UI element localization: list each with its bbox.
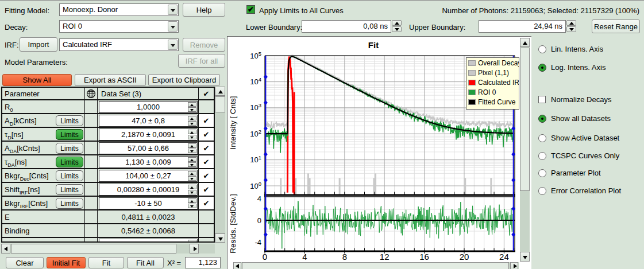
limits-button[interactable]: Limits bbox=[56, 157, 83, 167]
show-all-button[interactable]: Show All bbox=[2, 74, 72, 86]
globe-icon[interactable] bbox=[86, 89, 96, 100]
parameter-stepper[interactable] bbox=[188, 171, 196, 181]
radio-icon[interactable] bbox=[538, 115, 546, 123]
plot-hscrollbar[interactable] bbox=[233, 262, 519, 269]
irf-remove-button[interactable]: Remove bbox=[183, 38, 225, 52]
parameter-table-header: Parameter Data Set (3) ✔ bbox=[2, 88, 214, 100]
plot-scroll-right-icon[interactable] bbox=[510, 262, 518, 269]
parameter-stepper[interactable] bbox=[188, 116, 196, 126]
table-hscrollbar[interactable] bbox=[1, 244, 215, 254]
initial-fit-button[interactable]: Initial Fit bbox=[47, 257, 86, 268]
lower-boundary-stepper[interactable] bbox=[392, 20, 402, 33]
legend-swatch bbox=[468, 99, 476, 105]
fit-button[interactable]: Fit bbox=[88, 257, 124, 268]
header-check[interactable]: ✔ bbox=[199, 88, 214, 99]
table-scroll-down-icon[interactable] bbox=[215, 233, 225, 243]
svg-text:20: 20 bbox=[460, 252, 469, 262]
plot-vscroll-thumb[interactable] bbox=[520, 48, 530, 191]
table-hscroll-thumb[interactable] bbox=[11, 244, 176, 254]
plot-vscrollbar[interactable] bbox=[520, 38, 530, 262]
parameter-stepper[interactable] bbox=[188, 157, 196, 167]
option-tcspc-curves-only[interactable]: TCSPC Curves Only bbox=[538, 151, 619, 160]
parameter-stepper[interactable] bbox=[188, 198, 196, 208]
parameter-value-input[interactable]: 104,00 ± 0,27 bbox=[99, 170, 198, 182]
limits-button[interactable]: Limits bbox=[56, 170, 83, 181]
radio-icon[interactable] bbox=[538, 152, 546, 160]
option-error-correlation-plot[interactable]: Error Correlation Plot bbox=[538, 186, 621, 195]
option-log-intens-axis[interactable]: Log. Intens. Axis bbox=[538, 63, 606, 72]
parameter-value-input[interactable]: 0,00280 ± 0,00019 bbox=[99, 184, 198, 196]
chevron-down-icon[interactable] bbox=[168, 5, 178, 15]
limits-button[interactable]: Limits bbox=[56, 115, 83, 126]
parameter-enabled-checkbox[interactable]: ✔ bbox=[199, 142, 214, 154]
lower-boundary-input[interactable]: 0,08 ns bbox=[302, 20, 391, 33]
header-parameter: Parameter bbox=[5, 89, 40, 98]
option-lin-intens-axis[interactable]: Lin. Intens. Axis bbox=[538, 45, 603, 53]
plot-scroll-down-icon[interactable] bbox=[520, 252, 530, 262]
chevron-down-icon[interactable] bbox=[168, 40, 178, 50]
irf-for-all-button[interactable]: IRF for all bbox=[178, 54, 225, 68]
table-gap-cell bbox=[85, 142, 98, 154]
table-scroll-left-icon[interactable] bbox=[1, 244, 10, 254]
table-gap-cell bbox=[85, 224, 98, 237]
irf-import-button[interactable]: Import bbox=[20, 37, 57, 52]
export-ascii-button[interactable]: Export as ASCII bbox=[75, 74, 146, 86]
option-normalize-decays[interactable]: Normalize Decays bbox=[538, 95, 611, 104]
radio-icon[interactable] bbox=[538, 134, 546, 142]
chevron-down-icon[interactable] bbox=[168, 21, 178, 32]
parameter-value-input[interactable]: 2,1870 ± 0,0091 bbox=[99, 128, 198, 141]
svg-text:4: 4 bbox=[257, 194, 261, 203]
parameter-value-input[interactable]: 57,00 ± 0,66 bbox=[99, 142, 198, 154]
clear-button[interactable]: Clear bbox=[6, 257, 44, 268]
parameter-enabled-checkbox[interactable]: ✔ bbox=[199, 128, 214, 141]
parameter-enabled-checkbox[interactable]: ✔ bbox=[199, 197, 214, 209]
parameter-enabled-checkbox[interactable]: ✔ bbox=[199, 114, 214, 127]
parameter-value-input[interactable]: 1,0000 bbox=[99, 101, 198, 113]
table-gap-cell bbox=[85, 114, 98, 127]
table-scroll-up-icon[interactable] bbox=[215, 87, 225, 96]
export-clipboard-button[interactable]: Export to Clipboard bbox=[148, 74, 220, 86]
limits-button[interactable]: Limits bbox=[56, 184, 83, 195]
decay-combo[interactable]: ROI 0 bbox=[59, 20, 179, 33]
parameter-stepper[interactable] bbox=[188, 102, 196, 112]
fitting-model-combo[interactable]: Monoexp. Donor bbox=[59, 3, 179, 16]
radio-icon[interactable] bbox=[538, 45, 546, 53]
option-show-all-datasets[interactable]: Show all Datasets bbox=[538, 114, 611, 123]
plot-hscroll-thumb[interactable] bbox=[242, 262, 509, 269]
option-show-active-dataset[interactable]: Show Active Dataset bbox=[538, 134, 619, 142]
apply-limits-checkbox[interactable]: ✔ bbox=[246, 5, 255, 14]
parameter-stepper[interactable] bbox=[188, 130, 196, 139]
option-parameter-plot[interactable]: Parameter Plot bbox=[538, 169, 601, 177]
parameter-value-input[interactable]: 1,130 ± 0,009 bbox=[99, 156, 198, 168]
checkbox-icon[interactable] bbox=[538, 96, 546, 103]
parameter-name-cell: R0 bbox=[2, 100, 85, 113]
upper-boundary-input[interactable]: 24,94 ns bbox=[479, 20, 566, 33]
parameter-enabled-checkbox[interactable]: ✔ bbox=[199, 169, 214, 182]
radio-icon[interactable] bbox=[538, 64, 546, 72]
table-scroll-right-icon[interactable] bbox=[190, 244, 199, 254]
irf-combo[interactable]: Calculated IRF bbox=[59, 38, 179, 51]
parameter-value-input[interactable]: 49,00 ± 0,23 bbox=[99, 239, 198, 243]
parameter-stepper[interactable] bbox=[188, 185, 196, 194]
parameter-enabled-checkbox[interactable]: ✔ bbox=[199, 155, 214, 168]
upper-boundary-stepper[interactable] bbox=[566, 20, 576, 33]
parameter-stepper[interactable] bbox=[188, 240, 196, 243]
radio-icon[interactable] bbox=[538, 169, 546, 177]
plot-legend: Overall DecayPixel (1,1)Calculated IRFRO… bbox=[466, 57, 519, 110]
parameter-value-input[interactable]: -10 ± 50 bbox=[99, 197, 198, 209]
radio-icon[interactable] bbox=[538, 187, 546, 195]
limits-button[interactable]: Limits bbox=[56, 129, 83, 140]
parameter-value-input[interactable]: 47,0 ± 0,8 bbox=[99, 115, 198, 127]
fit-all-button[interactable]: Fit All bbox=[127, 257, 164, 268]
svg-text:12: 12 bbox=[380, 252, 390, 262]
parameter-stepper[interactable] bbox=[188, 143, 196, 153]
help-button[interactable]: Help bbox=[183, 3, 225, 17]
table-vscrollbar[interactable] bbox=[215, 87, 225, 243]
reset-range-button[interactable]: Reset Range bbox=[592, 20, 640, 33]
plot-scroll-left-icon[interactable] bbox=[233, 262, 241, 269]
plot-scroll-up-icon[interactable] bbox=[520, 38, 530, 47]
limits-button[interactable]: Limits bbox=[56, 198, 83, 209]
parameter-enabled-checkbox[interactable]: ✔ bbox=[199, 183, 214, 196]
table-vscroll-thumb[interactable] bbox=[215, 96, 225, 112]
limits-button[interactable]: Limits bbox=[56, 143, 83, 154]
